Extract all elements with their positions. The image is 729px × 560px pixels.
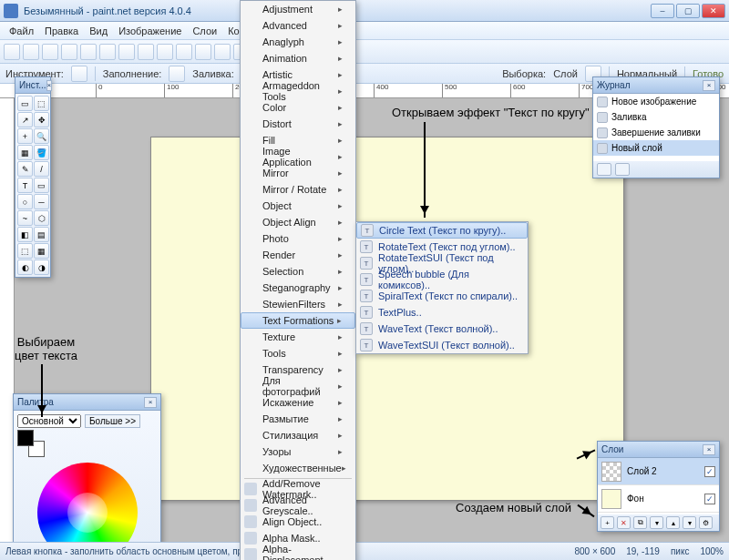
effects-menu-item[interactable]: Tools▸ <box>241 345 355 361</box>
save-icon[interactable] <box>42 44 58 60</box>
history-redo-icon[interactable] <box>615 163 630 176</box>
effects-menu-item[interactable]: StewienFilters▸ <box>241 296 355 312</box>
submenu-item[interactable]: TCircle Text (Текст по кругу).. <box>356 222 528 239</box>
submenu-item[interactable]: TSpeech bubble (Для комиксов).. <box>356 271 528 288</box>
tool-selector-icon[interactable] <box>71 66 87 82</box>
new-icon[interactable] <box>4 44 20 60</box>
tool-button[interactable]: ↗ <box>17 112 33 127</box>
maximize-button[interactable]: ▢ <box>676 4 700 18</box>
history-item[interactable]: Новое изображение <box>593 94 719 109</box>
more-button[interactable]: Больше >> <box>85 414 140 428</box>
effects-menu-item[interactable]: Adjustment▸ <box>241 1 355 17</box>
effects-menu-item[interactable]: Distort▸ <box>241 116 355 132</box>
menu-layers[interactable]: Слои <box>187 24 222 38</box>
effects-menu-item[interactable]: Object▸ <box>241 198 355 214</box>
layer-props-icon[interactable]: ⚙ <box>699 516 713 529</box>
history-panel-close-icon[interactable]: × <box>703 80 715 91</box>
grid-icon[interactable] <box>214 44 231 60</box>
effects-menu-item[interactable]: Color▸ <box>241 99 355 116</box>
effects-menu-item[interactable]: Armageddon Tools▸ <box>241 83 355 99</box>
minimize-button[interactable]: – <box>651 4 674 18</box>
select-value[interactable]: Слой <box>553 68 578 79</box>
effects-menu-item[interactable]: Photo▸ <box>241 230 355 247</box>
history-item[interactable]: Завершение заливки <box>593 125 719 140</box>
tool-button[interactable]: ✎ <box>17 161 33 177</box>
history-item[interactable]: Заливка <box>593 109 719 125</box>
tool-button[interactable]: T <box>17 178 33 193</box>
effects-menu-item[interactable]: Render▸ <box>241 247 355 263</box>
tool-button[interactable]: ⬡ <box>34 210 49 226</box>
tool-button[interactable]: ◐ <box>17 260 33 275</box>
undo-icon[interactable] <box>176 44 192 60</box>
delete-layer-icon[interactable]: ✕ <box>617 516 631 529</box>
duplicate-layer-icon[interactable]: ⧉ <box>633 516 647 529</box>
move-up-icon[interactable]: ▴ <box>666 516 680 529</box>
effects-menu-item[interactable]: Mirror / Rotate▸ <box>241 181 355 198</box>
tools-panel-close-icon[interactable]: × <box>46 80 53 91</box>
layer-row[interactable]: Слой 2✓ <box>598 458 719 485</box>
submenu-item[interactable]: TWaveTextSUI (Текст волной).. <box>356 337 528 353</box>
crop-icon[interactable] <box>138 44 154 60</box>
tool-button[interactable]: ✥ <box>34 112 49 127</box>
tool-button[interactable]: ▭ <box>17 96 33 111</box>
effects-menu-item[interactable]: Align Object.. <box>241 514 355 530</box>
tool-button[interactable]: ⬚ <box>34 96 49 111</box>
tool-button[interactable]: ▤ <box>34 227 49 242</box>
cut-icon[interactable] <box>80 44 97 60</box>
effects-menu-item[interactable]: Anaglyph▸ <box>241 34 355 50</box>
effects-menu-item[interactable]: Text Formations▸ <box>241 312 355 329</box>
effects-menu-item[interactable]: Animation▸ <box>241 50 355 66</box>
menu-image[interactable]: Изображение <box>113 24 187 38</box>
effects-menu-item[interactable]: Искажение▸ <box>241 394 355 411</box>
open-icon[interactable] <box>23 44 39 60</box>
tool-button[interactable]: ▦ <box>17 145 33 160</box>
effects-menu-item[interactable]: Advanced Greyscale.. <box>241 497 355 514</box>
effects-menu-item[interactable]: Для фотографий▸ <box>241 378 355 394</box>
menu-file[interactable]: Файл <box>4 24 39 38</box>
redo-icon[interactable] <box>195 44 211 60</box>
foreground-background-swatch[interactable] <box>17 430 45 457</box>
tool-button[interactable]: 🔍 <box>34 128 49 144</box>
tool-button[interactable]: ⬚ <box>17 243 33 259</box>
paste-icon[interactable] <box>118 44 135 60</box>
tool-button[interactable]: ~ <box>17 210 33 226</box>
fill-mode-icon[interactable] <box>169 66 185 82</box>
history-undo-icon[interactable] <box>597 163 611 176</box>
effects-menu-item[interactable]: Художественные▸ <box>241 460 355 476</box>
effects-menu-item[interactable]: Texture▸ <box>241 329 355 345</box>
tool-button[interactable]: ◑ <box>34 260 49 275</box>
deselect-icon[interactable] <box>157 44 173 60</box>
history-item[interactable]: Новый слой <box>593 140 719 156</box>
submenu-item[interactable]: TSpiralText (Текст по спирали).. <box>356 288 528 304</box>
tool-button[interactable]: ▦ <box>34 243 49 259</box>
tool-button[interactable]: + <box>17 128 33 144</box>
tool-button[interactable]: ○ <box>17 194 33 209</box>
effects-menu-item[interactable]: Advanced▸ <box>241 17 355 34</box>
copy-icon[interactable] <box>99 44 116 60</box>
tool-button[interactable]: / <box>34 161 49 177</box>
palette-panel-close-icon[interactable]: × <box>144 397 157 408</box>
menu-edit[interactable]: Правка <box>39 24 84 38</box>
foreground-color[interactable] <box>17 430 34 446</box>
print-icon[interactable] <box>61 44 77 60</box>
effects-menu-item[interactable]: Alpha-Displacement.. <box>241 546 355 560</box>
layers-panel-close-icon[interactable]: × <box>703 444 715 455</box>
effects-menu-item[interactable]: Object Align▸ <box>241 214 355 230</box>
effects-menu-item[interactable]: Steganography▸ <box>241 280 355 296</box>
tool-button[interactable]: ◧ <box>17 227 33 242</box>
menu-view[interactable]: Вид <box>84 24 113 38</box>
merge-layer-icon[interactable]: ▾ <box>650 516 663 529</box>
color-mode-select[interactable]: Основной <box>17 414 81 428</box>
effects-menu-item[interactable]: Узоры▸ <box>241 443 355 460</box>
effects-menu-item[interactable]: Image Application▸ <box>241 148 355 165</box>
close-button[interactable]: ✕ <box>702 4 725 18</box>
effects-menu-item[interactable]: Размытие▸ <box>241 411 355 427</box>
submenu-item[interactable]: TTextPlus.. <box>356 304 528 321</box>
effects-menu-item[interactable]: Mirror▸ <box>241 165 355 181</box>
add-layer-icon[interactable]: + <box>601 516 614 529</box>
submenu-item[interactable]: TWaveText (Текст волной).. <box>356 321 528 337</box>
move-down-icon[interactable]: ▾ <box>683 516 696 529</box>
status-units[interactable]: пикс <box>671 546 690 556</box>
status-zoom[interactable]: 100% <box>700 546 724 556</box>
tool-button[interactable]: ▭ <box>34 178 49 193</box>
